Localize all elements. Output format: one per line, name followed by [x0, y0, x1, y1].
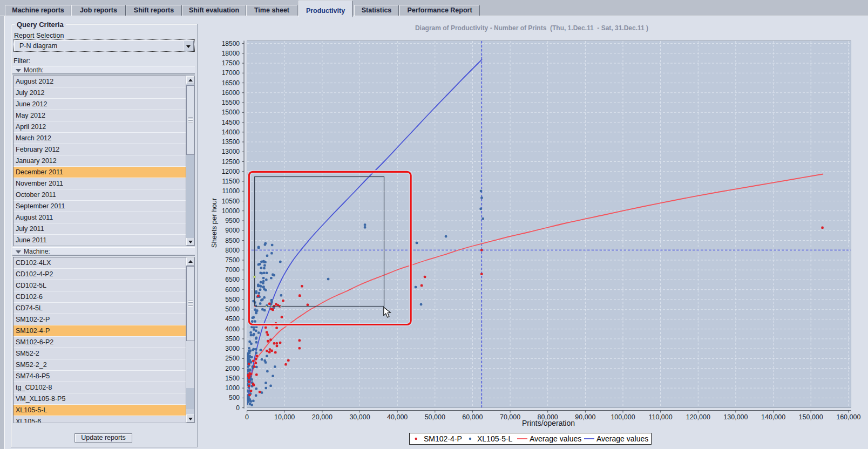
- svg-text:Average values: Average values: [596, 434, 648, 443]
- svg-text:130,000: 130,000: [723, 413, 748, 421]
- svg-text:Sheets per hour: Sheets per hour: [210, 198, 218, 248]
- svg-text:12000: 12000: [222, 168, 240, 175]
- svg-text:17000: 17000: [222, 69, 240, 77]
- svg-text:6000: 6000: [225, 286, 240, 294]
- svg-text:100,000: 100,000: [611, 413, 635, 421]
- svg-text:160,000: 160,000: [836, 413, 860, 421]
- svg-text:110,000: 110,000: [648, 413, 672, 421]
- svg-text:SM102-4-P: SM102-4-P: [424, 434, 462, 443]
- svg-text:13000: 13000: [222, 148, 240, 155]
- svg-text:14500: 14500: [222, 119, 240, 126]
- svg-text:Prints/operation: Prints/operation: [522, 419, 575, 427]
- svg-text:18000: 18000: [222, 50, 240, 57]
- svg-text:4500: 4500: [225, 315, 240, 323]
- svg-text:3000: 3000: [225, 345, 240, 352]
- svg-text:70,000: 70,000: [500, 413, 520, 421]
- svg-text:4000: 4000: [225, 325, 240, 333]
- svg-text:7000: 7000: [225, 266, 240, 274]
- svg-text:2500: 2500: [225, 355, 240, 362]
- svg-text:7500: 7500: [225, 256, 240, 264]
- svg-text:16000: 16000: [222, 89, 240, 97]
- svg-text:6500: 6500: [225, 276, 240, 283]
- svg-text:500: 500: [229, 394, 240, 402]
- svg-text:8500: 8500: [225, 237, 240, 244]
- svg-text:10500: 10500: [222, 198, 240, 205]
- svg-text:0: 0: [236, 404, 240, 412]
- svg-text:15500: 15500: [222, 99, 240, 106]
- svg-text:18500: 18500: [222, 40, 240, 47]
- svg-text:XL105-5-L: XL105-5-L: [477, 434, 513, 443]
- svg-text:10000: 10000: [222, 207, 240, 215]
- svg-text:5500: 5500: [225, 296, 240, 303]
- svg-text:1000: 1000: [225, 384, 240, 392]
- svg-text:0: 0: [245, 413, 249, 421]
- svg-text:11000: 11000: [222, 187, 240, 195]
- svg-text:1500: 1500: [225, 375, 240, 382]
- svg-text:5000: 5000: [225, 305, 240, 313]
- svg-text:120,000: 120,000: [686, 413, 710, 421]
- svg-text:30,000: 30,000: [349, 413, 370, 421]
- svg-text:13500: 13500: [222, 138, 240, 146]
- svg-text:17500: 17500: [222, 59, 240, 67]
- svg-text:2000: 2000: [225, 365, 240, 372]
- svg-text:Average values: Average values: [530, 434, 581, 443]
- svg-text:16500: 16500: [222, 79, 240, 87]
- svg-text:140,000: 140,000: [761, 413, 785, 421]
- svg-text:3500: 3500: [225, 335, 240, 343]
- svg-text:40,000: 40,000: [387, 413, 408, 421]
- svg-text:12500: 12500: [222, 158, 240, 166]
- svg-text:14000: 14000: [222, 128, 240, 136]
- svg-text:11500: 11500: [222, 178, 240, 185]
- svg-text:8000: 8000: [225, 247, 240, 254]
- svg-text:9000: 9000: [225, 227, 240, 234]
- svg-text:50,000: 50,000: [425, 413, 445, 421]
- svg-text:Diagram of Productivity - Numb: Diagram of Productivity - Number of Prin…: [415, 24, 648, 32]
- svg-text:15000: 15000: [222, 108, 240, 116]
- svg-text:90,000: 90,000: [575, 413, 595, 421]
- svg-text:10,000: 10,000: [274, 413, 295, 421]
- svg-text:20,000: 20,000: [312, 413, 333, 421]
- svg-text:150,000: 150,000: [799, 413, 823, 421]
- svg-text:60,000: 60,000: [462, 413, 483, 421]
- svg-text:9500: 9500: [225, 217, 240, 224]
